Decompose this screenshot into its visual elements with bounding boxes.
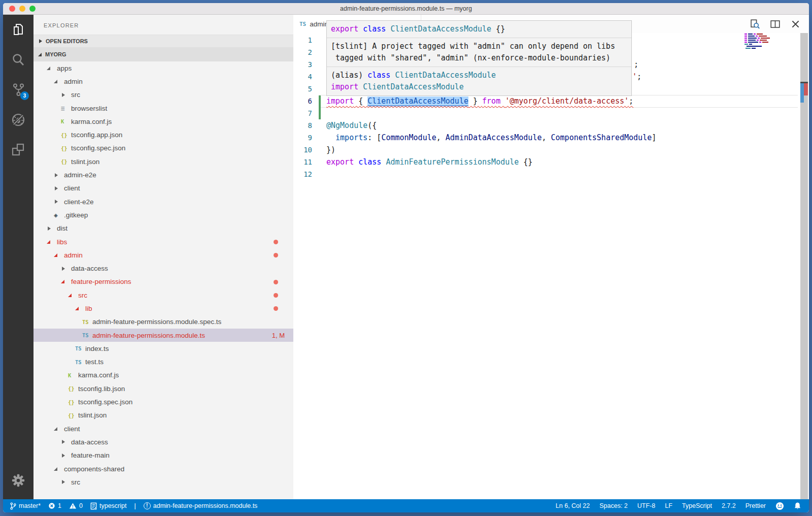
tree-file-tslint.json[interactable]: {}tslint.json <box>33 409 293 422</box>
status-label: LF <box>665 502 672 509</box>
tree-folder-admin[interactable]: admin <box>33 248 293 262</box>
hover-lint-message: [tslint] A project tagged with "admin" c… <box>327 38 631 67</box>
tree-folder-libs[interactable]: libs <box>33 235 293 248</box>
status-problems-errors[interactable]: 1 <box>48 502 61 509</box>
status-language-mode[interactable]: TypeScript <box>682 502 712 509</box>
tree-file-browserslist[interactable]: ≡browserslist <box>33 102 293 115</box>
tree-file-tslint.json[interactable]: {}tslint.json <box>33 155 293 168</box>
tree-file-tsconfig.app.json[interactable]: {}tsconfig.app.json <box>33 128 293 141</box>
activity-extensions-icon[interactable] <box>3 135 33 165</box>
tree-item-label: client <box>64 184 80 192</box>
tree-file-tsconfig.lib.json[interactable]: {}tsconfig.lib.json <box>33 382 293 395</box>
chevron-right-icon <box>62 440 65 444</box>
status-notifications-bell[interactable] <box>794 502 801 510</box>
tree-file-admin-feature-permissions.module.spec.ts[interactable]: TSadmin-feature-permissions.module.spec.… <box>33 315 293 329</box>
status-cursor-position[interactable]: Ln 6, Col 22 <box>556 502 590 509</box>
activity-explorer-icon[interactable] <box>3 15 33 45</box>
status-file-lint-status[interactable]: !admin-feature-permissions.module.ts <box>144 502 258 509</box>
status-bar: master*10typescript|!admin-feature-permi… <box>3 499 809 512</box>
workspace-root-header[interactable]: MYORG <box>33 47 293 61</box>
code-line-12[interactable]: 12 <box>293 168 786 180</box>
close-editor-icon[interactable] <box>790 19 801 29</box>
tree-item-label: client-e2e <box>64 198 94 206</box>
linked-symbol[interactable]: ClientDataAccessModule <box>367 96 468 106</box>
code-line-10[interactable]: 10}) <box>293 144 786 156</box>
status-ts-version[interactable]: 2.7.2 <box>722 502 736 509</box>
git-file-icon: ◈ <box>54 211 58 219</box>
tree-folder-apps[interactable]: apps <box>33 61 293 75</box>
tree-file-karma.conf.js[interactable]: Kkarma.conf.js <box>33 115 293 128</box>
status-linter-status[interactable]: typescript <box>90 502 127 510</box>
status-separator: | <box>134 502 136 509</box>
json-file-icon: {} <box>68 412 75 418</box>
open-editors-header[interactable]: OPEN EDITORS <box>33 35 293 47</box>
tree-file-test.ts[interactable]: TStest.ts <box>33 356 293 369</box>
split-editor-icon[interactable] <box>770 19 781 29</box>
tree-item-label: admin-e2e <box>64 171 96 179</box>
tree-folder-data-access[interactable]: data-access <box>33 262 293 275</box>
typescript-file-icon: TS <box>299 21 306 27</box>
status-label: UTF-8 <box>637 502 655 509</box>
code-line-6[interactable]: 6import { ClientDataAccessModule } from … <box>293 95 786 107</box>
status-indentation[interactable]: Spaces: 2 <box>599 502 628 509</box>
tree-file-karma.conf.js[interactable]: Kkarma.conf.js <box>33 369 293 382</box>
code-line-7[interactable]: 7 <box>293 107 786 119</box>
code-line-8[interactable]: 8@NgModule({ <box>293 119 786 132</box>
tree-folder-src[interactable]: src <box>33 88 293 102</box>
status-encoding[interactable]: UTF-8 <box>637 502 655 509</box>
tree-folder-admin-e2e[interactable]: admin-e2e <box>33 168 293 181</box>
line-number: 4 <box>293 71 312 83</box>
tree-folder-client[interactable]: client <box>33 182 293 195</box>
window-title: admin-feature-permissions.module.ts — my… <box>3 3 809 14</box>
tree-folder-lib[interactable]: lib <box>33 302 293 315</box>
tree-item-label: dist <box>57 224 67 232</box>
tree-item-label: browserslist <box>71 105 107 112</box>
modified-dot-indicator <box>274 306 278 311</box>
vscode-window: admin-feature-permissions.module.ts — my… <box>3 3 809 512</box>
activity-search-icon[interactable] <box>3 45 33 75</box>
status-problems-warnings[interactable]: 0 <box>69 502 83 509</box>
open-changes-icon[interactable] <box>750 19 760 29</box>
status-label: admin-feature-permissions.module.ts <box>153 502 258 509</box>
tree-file-.gitkeep[interactable]: ◈.gitkeep <box>33 208 293 221</box>
overview-ruler[interactable] <box>800 33 808 499</box>
tree-folder-admin[interactable]: admin <box>33 75 293 88</box>
tree-folder-client[interactable]: client <box>33 422 293 435</box>
tree-file-tsconfig.spec.json[interactable]: {}tsconfig.spec.json <box>33 395 293 408</box>
ts-file-icon: TS <box>82 332 89 338</box>
tree-folder-client-e2e[interactable]: client-e2e <box>33 195 293 208</box>
ts-file-icon: TS <box>75 359 82 365</box>
status-eol[interactable]: LF <box>665 502 672 509</box>
tree-file-index.ts[interactable]: TSindex.ts <box>33 342 293 355</box>
tree-folder-feature-main[interactable]: feature-main <box>33 449 293 462</box>
code-line-9[interactable]: 9 imports: [CommonModule, AdminDataAcces… <box>293 132 786 144</box>
tree-item-label: tslint.json <box>78 411 107 419</box>
activity-source-control-icon[interactable]: 3 <box>3 75 33 105</box>
tree-folder-components-shared[interactable]: components-shared <box>33 462 293 475</box>
json-file-icon: {} <box>61 158 67 165</box>
tree-item-label: admin-feature-permissions.module.spec.ts <box>92 318 221 326</box>
status-label: typescript <box>99 502 127 509</box>
chevron-expanded-icon <box>61 280 64 283</box>
minimap[interactable] <box>745 34 780 50</box>
tree-folder-feature-permissions[interactable]: feature-permissions <box>33 275 293 288</box>
titlebar: admin-feature-permissions.module.ts — my… <box>3 3 809 15</box>
tree-folder-src[interactable]: src <box>33 475 293 489</box>
tree-file-tsconfig.spec.json[interactable]: {}tsconfig.spec.json <box>33 142 293 155</box>
activity-debug-icon[interactable] <box>3 105 33 135</box>
activity-settings-icon[interactable] <box>3 465 33 495</box>
tree-folder-data-access[interactable]: data-access <box>33 435 293 448</box>
status-git-branch-status[interactable]: master* <box>10 502 41 510</box>
status-feedback-smiley[interactable] <box>775 502 784 510</box>
tree-folder-src[interactable]: src <box>33 288 293 302</box>
code-line-11[interactable]: 11export class AdminFeaturePermissionsMo… <box>293 156 786 168</box>
tree-item-label: feature-main <box>71 452 110 459</box>
tree-item-label: index.ts <box>85 345 109 352</box>
tree-folder-dist[interactable]: dist <box>33 222 293 235</box>
line-number: 7 <box>293 107 312 119</box>
status-formatter[interactable]: Prettier <box>746 502 766 509</box>
line-number: 11 <box>293 156 312 168</box>
activity-bar: 3 <box>3 15 33 499</box>
branch-icon <box>10 502 16 510</box>
tree-file-admin-feature-permissions.module.ts[interactable]: TSadmin-feature-permissions.module.ts1, … <box>33 329 293 342</box>
